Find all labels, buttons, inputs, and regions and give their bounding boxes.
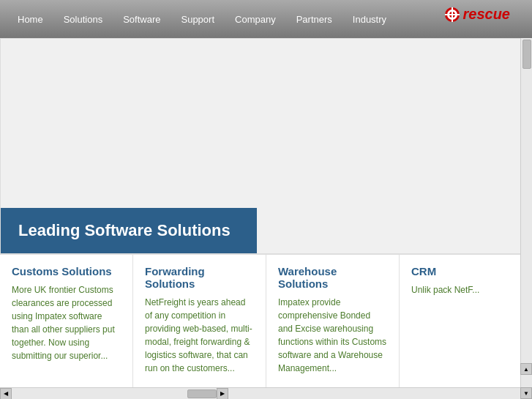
col-title-2: Warehouse Solutions [278, 265, 387, 290]
nav-link-software[interactable]: Software [113, 10, 171, 29]
rescue-logo-icon [444, 7, 460, 23]
scrollbar-thumb[interactable] [522, 40, 531, 69]
col-title-3: CRM [411, 265, 520, 277]
logo-text: rescue [463, 6, 511, 23]
scrollbar-track: ▲ ▼ [520, 38, 532, 399]
nav-link-company[interactable]: Company [225, 10, 286, 29]
content-col-1: Forwarding SolutionsNetFreight is years … [133, 255, 266, 399]
nav-item-home[interactable]: Home [7, 10, 53, 29]
col-body-0: More UK frontier Customs clearances are … [12, 283, 121, 362]
content-col-0: Customs SolutionsMore UK frontier Custom… [0, 255, 133, 399]
logo: rescue [444, 6, 511, 23]
scrollbar-up-button[interactable]: ▲ [520, 363, 532, 375]
col-body-3: Unlik pack NetF... [411, 283, 520, 297]
nav: HomeSolutionsSoftwareSupportCompanyPartn… [7, 10, 397, 29]
hero-banner: Leading Software Solutions [1, 208, 257, 253]
content-col-2: Warehouse SolutionsImpatex provide compr… [266, 255, 400, 399]
content-col-3: CRMUnlik pack NetF... [400, 255, 532, 399]
col-body-1: NetFreight is years ahead of any competi… [145, 296, 254, 375]
hero-section: Leading Software Solutions [0, 38, 532, 254]
nav-link-industry[interactable]: Industry [342, 10, 397, 29]
nav-list: HomeSolutionsSoftwareSupportCompanyPartn… [7, 10, 397, 29]
hero-banner-text: Leading Software Solutions [18, 221, 231, 239]
header: HomeSolutionsSoftwareSupportCompanyPartn… [0, 0, 532, 38]
nav-item-support[interactable]: Support [171, 10, 225, 29]
scrollbar-left-button[interactable]: ◀ [0, 388, 12, 400]
nav-item-company[interactable]: Company [225, 10, 286, 29]
nav-item-partners[interactable]: Partners [286, 10, 342, 29]
nav-link-partners[interactable]: Partners [286, 10, 342, 29]
scrollbar-bottom: ◀ ▶ [0, 387, 520, 399]
scrollbar-bottom-thumb[interactable] [187, 389, 217, 398]
nav-item-industry[interactable]: Industry [342, 10, 397, 29]
col-body-2: Impatex provide comprehensive Bonded and… [278, 296, 387, 375]
scrollbar-right-button[interactable]: ▶ [217, 388, 228, 400]
nav-link-solutions[interactable]: Solutions [53, 10, 113, 29]
nav-item-software[interactable]: Software [113, 10, 171, 29]
content-section: Customs SolutionsMore UK frontier Custom… [0, 254, 532, 399]
col-title-0: Customs Solutions [12, 265, 121, 277]
col-title-1: Forwarding Solutions [145, 265, 254, 290]
scrollbar-down-button[interactable]: ▼ [520, 387, 532, 399]
nav-item-solutions[interactable]: Solutions [53, 10, 113, 29]
nav-link-support[interactable]: Support [171, 10, 225, 29]
nav-link-home[interactable]: Home [7, 10, 53, 29]
svg-rect-4 [452, 7, 453, 22]
